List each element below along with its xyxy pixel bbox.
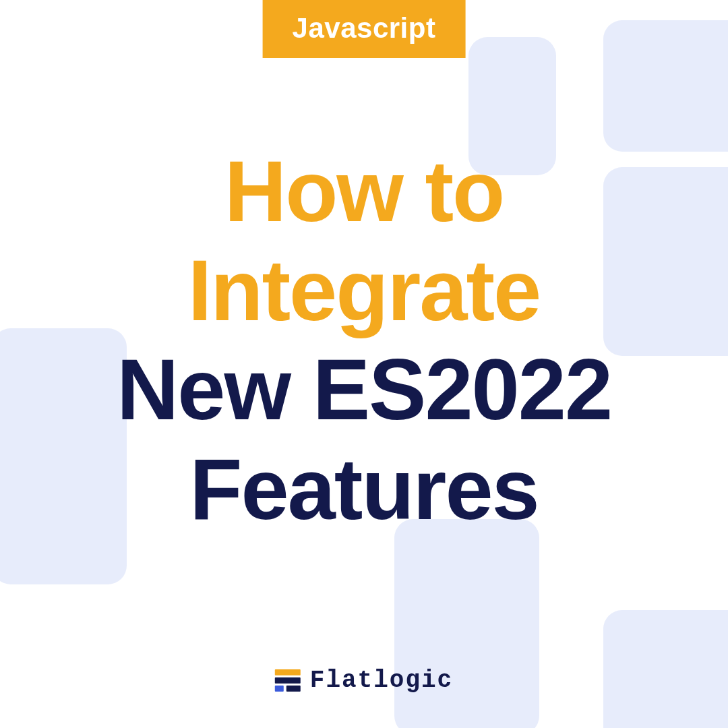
brand-bar-2 xyxy=(275,677,301,684)
brand-name: Flatlogic xyxy=(310,667,453,694)
bg-shape-6 xyxy=(603,610,728,728)
brand-bar-4 xyxy=(286,686,301,692)
brand-bar-1 xyxy=(275,669,301,675)
page-title: How to Integrate New ES2022 Features xyxy=(0,142,728,539)
brand-bar-3 xyxy=(275,686,284,692)
category-tag: Javascript xyxy=(263,0,466,58)
title-accent-line-2: Integrate xyxy=(0,241,728,340)
title-main-line-1: New ES2022 xyxy=(0,340,728,439)
bg-shape-2 xyxy=(603,20,728,152)
bg-shape-5 xyxy=(394,519,539,728)
brand-logo: Flatlogic xyxy=(275,667,453,694)
brand-icon xyxy=(275,669,301,692)
title-accent-line-1: How to xyxy=(0,142,728,241)
title-main-line-2: Features xyxy=(0,439,728,539)
